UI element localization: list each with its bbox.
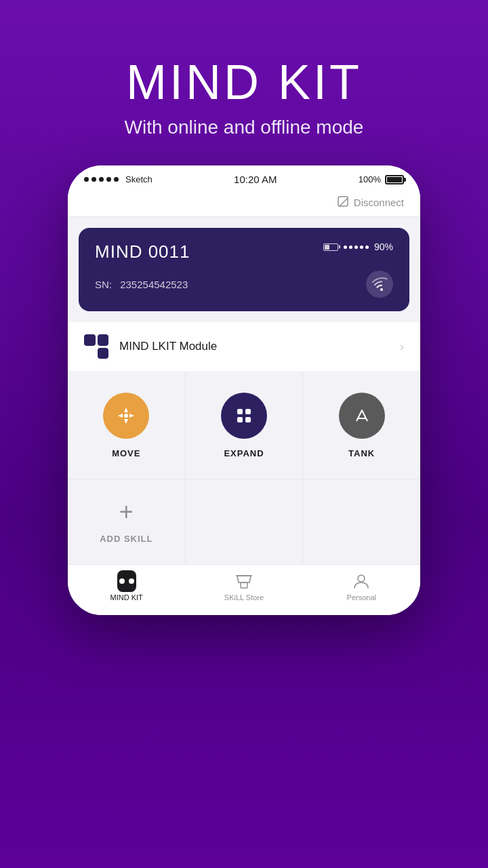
- mindkit-icon-box: [117, 570, 136, 592]
- app-subtitle: With online and offline mode: [125, 117, 364, 138]
- empty-cell-2: [303, 479, 420, 564]
- device-battery-fill: [325, 245, 329, 250]
- svg-rect-11: [245, 409, 251, 414]
- add-skill-label: ADD SKILL: [100, 534, 152, 544]
- move-icon-circle: [103, 393, 149, 439]
- tab-mindkit[interactable]: MIND KIT: [68, 572, 185, 601]
- empty-cell-1: [186, 479, 303, 564]
- disconnect-label: Disconnect: [354, 197, 404, 208]
- skill-expand[interactable]: EXPAND: [186, 372, 303, 479]
- sig-dot-5: [365, 245, 369, 249]
- sn-label: SN:: [95, 279, 112, 290]
- mindkit-tab-label: MIND KIT: [110, 593, 143, 601]
- phone-mockup: Sketch 10:20 AM 100% Disconnect MIND 001…: [68, 165, 420, 615]
- status-bar: Sketch 10:20 AM 100%: [68, 165, 420, 191]
- svg-point-9: [233, 405, 255, 427]
- module-dot-4: [98, 348, 109, 359]
- app-title: MIND KIT: [125, 54, 364, 110]
- svg-rect-13: [245, 417, 251, 422]
- module-dot-1: [84, 334, 96, 346]
- signal-dot-2: [92, 177, 96, 182]
- svg-point-2: [380, 288, 383, 291]
- sig-dot-4: [360, 245, 363, 249]
- module-icon: [84, 334, 108, 359]
- expand-icon-circle: [221, 393, 267, 439]
- device-battery-icon: [323, 243, 338, 251]
- device-card: MIND 0011 90% SN: 235254542523: [79, 228, 409, 311]
- device-card-header: MIND 0011 90%: [95, 241, 393, 262]
- tank-label: TANK: [348, 448, 375, 458]
- device-battery-pct: 90%: [374, 241, 393, 252]
- svg-point-8: [124, 414, 128, 418]
- store-tab-icon: [235, 572, 253, 591]
- wifi-icon: [366, 271, 393, 298]
- status-left: Sketch: [84, 174, 152, 184]
- signal-dot-3: [99, 177, 104, 182]
- sn-text: SN: 235254542523: [95, 279, 188, 290]
- svg-line-1: [340, 198, 348, 206]
- svg-point-17: [358, 575, 365, 582]
- mindkit-eyes: [119, 578, 134, 584]
- module-left: MIND LKIT Module: [84, 334, 217, 359]
- battery-status: 90%: [323, 241, 393, 252]
- status-right: 100%: [359, 174, 404, 184]
- tab-personal[interactable]: Personal: [303, 572, 420, 601]
- disconnect-bar: Disconnect: [68, 191, 420, 217]
- tank-icon-circle: [339, 393, 385, 439]
- tab-bar: MIND KIT SKiLL Store Personal: [68, 564, 420, 615]
- add-plus-icon: +: [119, 500, 134, 524]
- status-time: 10:20 AM: [234, 174, 277, 185]
- sig-dot-2: [349, 245, 352, 249]
- device-name: MIND 0011: [95, 241, 190, 262]
- battery-fill: [387, 177, 402, 182]
- tab-skill-store[interactable]: SKiLL Store: [185, 572, 302, 601]
- personal-tab-icon: [352, 572, 371, 591]
- add-skill-cell[interactable]: + ADD SKILL: [68, 479, 185, 564]
- signal-dot-5: [114, 177, 119, 182]
- disconnect-button[interactable]: Disconnect: [338, 196, 404, 208]
- signal-dots: [344, 245, 369, 249]
- mindkit-tab-icon: [117, 572, 136, 591]
- chevron-right-icon: ›: [400, 340, 404, 354]
- module-row[interactable]: MIND LKIT Module ›: [68, 322, 420, 371]
- expand-label: EXPAND: [224, 448, 264, 458]
- svg-rect-10: [237, 409, 243, 414]
- move-label: MOVE: [112, 448, 140, 458]
- signal-dot-1: [84, 177, 89, 182]
- svg-rect-12: [237, 417, 243, 422]
- personal-tab-label: Personal: [347, 593, 376, 601]
- svg-rect-0: [338, 197, 348, 206]
- sig-dot-3: [354, 245, 358, 249]
- skill-move[interactable]: MOVE: [68, 372, 185, 479]
- sn-value: 235254542523: [120, 279, 188, 290]
- module-dot-2: [98, 334, 109, 346]
- disconnect-icon: [338, 196, 350, 208]
- battery-icon: [385, 175, 404, 184]
- carrier-name: Sketch: [125, 174, 152, 184]
- signal-dot-4: [106, 177, 111, 182]
- device-sn: SN: 235254542523: [95, 271, 393, 298]
- sig-dot-1: [344, 245, 347, 249]
- skills-grid: MOVE EXPAND: [68, 372, 420, 564]
- svg-point-14: [351, 405, 373, 427]
- skill-tank[interactable]: TANK: [303, 372, 420, 479]
- store-tab-label: SKiLL Store: [224, 593, 264, 601]
- module-dot-3: [84, 348, 96, 359]
- module-name: MIND LKIT Module: [119, 340, 217, 353]
- svg-rect-16: [241, 583, 247, 588]
- header-section: MIND KIT With online and offline mode: [125, 54, 364, 138]
- eye-right: [129, 578, 134, 584]
- eye-left: [119, 578, 125, 584]
- battery-percent: 100%: [359, 174, 381, 184]
